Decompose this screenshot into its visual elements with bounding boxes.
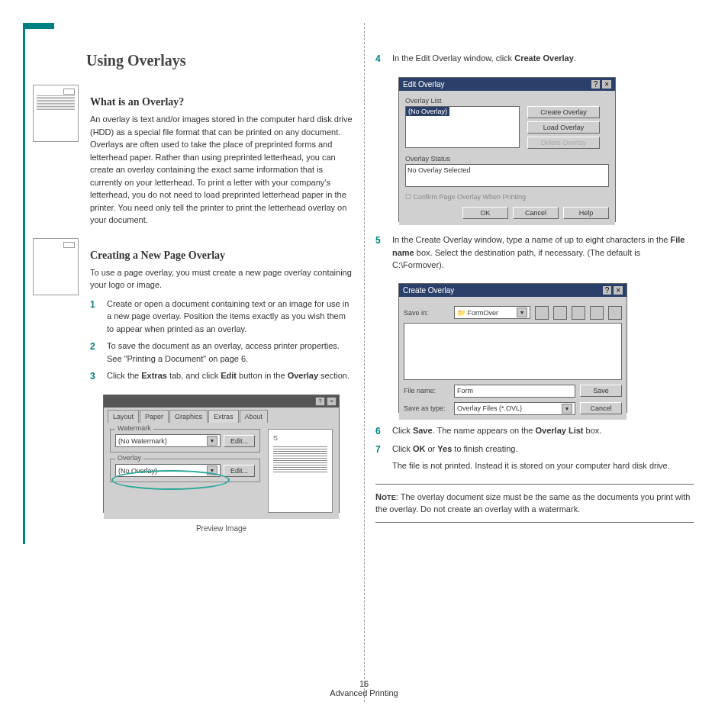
group-watermark: Watermark (No Watermark)▼Edit... <box>110 429 260 453</box>
label-overlay-status: Overlay Status <box>405 155 609 163</box>
tab-about[interactable]: About <box>240 410 269 423</box>
tab-graphics[interactable]: Graphics <box>169 410 208 423</box>
close-icon[interactable]: × <box>602 80 611 89</box>
combo-watermark[interactable]: (No Watermark)▼ <box>115 434 221 447</box>
details-icon[interactable] <box>608 306 622 320</box>
delete-overlay-button[interactable]: Delete Overlay <box>527 137 600 149</box>
overlay-status-box: No Overlay Selected <box>405 164 609 187</box>
cancel-button-save[interactable]: Cancel <box>580 402 622 414</box>
paragraph-what-is: An overlay is text and/or images stored … <box>90 113 353 227</box>
file-area[interactable] <box>404 323 622 380</box>
step-num-5: 5 <box>375 234 385 272</box>
screenshot-edit-overlay: Edit Overlay? × Overlay List (No Overlay… <box>398 77 616 222</box>
label-overlay-list: Overlay List <box>405 97 609 105</box>
dialog-title: Edit Overlay <box>403 80 444 89</box>
accent-bar <box>25 23 54 29</box>
label-save-in: Save in: <box>404 309 449 317</box>
up-icon[interactable] <box>535 306 549 320</box>
paragraph-creating: To use a page overlay, you must create a… <box>90 266 353 292</box>
tab-paper[interactable]: Paper <box>140 410 169 423</box>
list-icon[interactable] <box>590 306 604 320</box>
combo-save-in[interactable]: 📁 FormOver▼ <box>454 306 530 319</box>
step-num-3: 3 <box>90 369 99 383</box>
close-icon[interactable]: × <box>327 397 337 406</box>
tab-extras[interactable]: Extras <box>208 410 239 423</box>
help-icon[interactable]: ? <box>315 397 325 406</box>
combo-save-type[interactable]: Overlay Files (*.OVL)▼ <box>454 402 575 415</box>
edit-overlay-button[interactable]: Edit... <box>224 465 255 477</box>
heading-what-is: What is an Overlay? <box>90 96 353 108</box>
create-overlay-button[interactable]: Create Overlay <box>527 106 600 118</box>
tab-layout[interactable]: Layout <box>108 410 139 423</box>
close-icon[interactable]: × <box>614 286 623 295</box>
help-icon[interactable]: ? <box>591 80 601 89</box>
thumbnail-overlay <box>33 85 79 142</box>
step-num-1: 1 <box>90 298 99 336</box>
overlay-listbox[interactable]: (No Overlay) <box>405 106 520 148</box>
step-3: Click the Extras tab, and click Edit but… <box>107 369 353 383</box>
save-button[interactable]: Save <box>580 385 622 397</box>
cancel-button[interactable]: Cancel <box>513 207 559 219</box>
page-title: Using Overlays <box>86 52 353 69</box>
heading-creating: Creating a New Page Overlay <box>90 250 353 262</box>
titlebar: ?× <box>104 395 339 407</box>
combo-overlay[interactable]: (No Overlay)▼ <box>115 464 221 477</box>
step-7: Click OK or Yes to finish creating.The f… <box>392 443 694 472</box>
step-2: To save the document as an overlay, acce… <box>107 340 353 365</box>
help-icon[interactable]: ? <box>603 286 612 295</box>
thumbnail-create <box>33 238 79 295</box>
step-num-6: 6 <box>375 424 385 438</box>
step-4: In the Edit Overlay window, click Create… <box>392 52 694 66</box>
help-button[interactable]: Help <box>563 207 609 219</box>
checkbox-confirm[interactable]: ☐ Confirm Page Overlay When Printing <box>405 193 609 201</box>
edit-watermark-button[interactable]: Edit... <box>224 435 255 447</box>
step-1: Create or open a document containing tex… <box>107 298 353 336</box>
desktop-icon[interactable] <box>553 306 567 320</box>
step-num-7: 7 <box>375 443 385 472</box>
screenshot-properties: ?× Layout Paper Graphics Extras About Wa… <box>103 395 340 513</box>
ok-button[interactable]: OK <box>462 207 508 219</box>
input-file-name[interactable]: Form <box>454 385 575 398</box>
step-6: Click Save. The name appears on the Over… <box>392 424 694 438</box>
step-5: In the Create Overlay window, type a nam… <box>392 234 694 272</box>
column-divider <box>364 23 365 702</box>
screenshot-create-overlay: Create Overlay? × Save in:📁 FormOver▼ Fi… <box>398 283 627 413</box>
newfolder-icon[interactable] <box>572 306 585 320</box>
label-save-type: Save as type: <box>404 404 449 412</box>
step-num-4: 4 <box>375 52 385 66</box>
load-overlay-button[interactable]: Load Overlay <box>527 121 600 134</box>
note-box: NOTE: The overlay document size must be … <box>375 484 694 523</box>
page-footer: 16 Advanced Printing <box>0 679 728 697</box>
preview-pane: S <box>268 429 333 513</box>
label-file-name: File name: <box>404 387 449 395</box>
step-num-2: 2 <box>90 340 99 365</box>
group-overlay: Overlay (No Overlay)▼Edit... <box>110 459 260 482</box>
dialog-title-create: Create Overlay <box>403 286 454 295</box>
caption-preview: Preview Image <box>90 524 353 533</box>
